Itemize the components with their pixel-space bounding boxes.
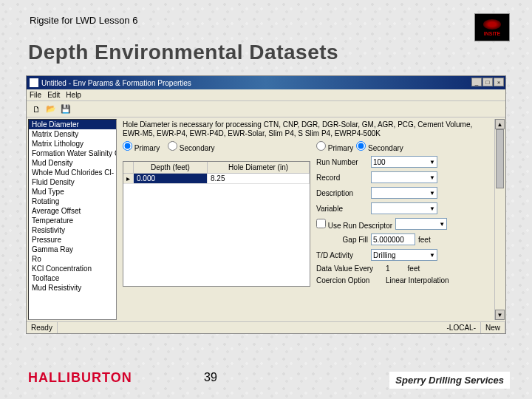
radio-primary-left[interactable]: Primary <box>123 144 160 152</box>
sidebar-item[interactable]: Rotating <box>29 197 116 206</box>
primary-secondary-right: Primary Secondary <box>316 141 501 152</box>
chevron-down-icon: ▼ <box>429 205 435 212</box>
scroll-down-icon[interactable]: ▼ <box>495 310 505 320</box>
app-icon <box>30 78 38 87</box>
save-icon[interactable]: 💾 <box>59 103 72 116</box>
vertical-scrollbar[interactable]: ▲ ▼ <box>494 119 505 320</box>
close-button[interactable]: × <box>494 78 504 86</box>
radio-primary-right[interactable]: Primary <box>316 141 353 152</box>
sidebar-item[interactable]: Mud Resistivity <box>29 283 116 293</box>
sidebar-item[interactable]: Mud Type <box>29 187 116 197</box>
chevron-down-icon: ▼ <box>429 252 435 259</box>
data-grid[interactable]: Depth (feet) Hole Diameter (in) ▸ 0.000 … <box>123 161 310 287</box>
col-hole-diameter: Hole Diameter (in) <box>208 162 310 173</box>
sidebar-item[interactable]: Temperature <box>29 216 116 225</box>
data-value-every-value: 1 <box>386 265 390 273</box>
coercion-value: Linear Interpolation <box>386 276 449 284</box>
sidebar-item[interactable]: Matrix Lithology <box>29 139 116 149</box>
sidebar-item[interactable]: Mud Density <box>29 158 116 168</box>
menu-edit[interactable]: Edit <box>47 91 60 99</box>
run-number-label: Run Number <box>316 158 368 166</box>
page-number: 39 <box>204 371 217 384</box>
td-activity-select[interactable]: Drilling▼ <box>371 249 437 261</box>
radio-secondary-right[interactable]: Secondary <box>356 141 403 152</box>
gap-fill-label: Gap Fill <box>316 236 368 244</box>
description-text: Hole Diameter is necessary for processin… <box>123 120 501 138</box>
table-row[interactable]: ▸ 0.000 8.25 <box>123 174 310 184</box>
data-value-every-unit: feet <box>408 265 420 273</box>
chevron-down-icon: ▼ <box>429 174 435 181</box>
toolbar: 🗋 📂 💾 <box>27 101 505 117</box>
sidebar-item[interactable]: Fluid Density <box>29 177 116 187</box>
sidebar-list[interactable]: Hole DiameterMatrix DensityMatrix Lithol… <box>28 119 117 320</box>
menu-file[interactable]: File <box>30 91 41 99</box>
coercion-label: Coercion Option <box>316 276 383 284</box>
chevron-down-icon: ▼ <box>429 190 435 197</box>
main-panel: Hole Diameter is necessary for processin… <box>118 117 505 321</box>
menubar: File Edit Help <box>27 89 505 101</box>
td-activity-label: T/D Activity <box>316 251 368 259</box>
window-titlebar: Untitled - Env Params & Formation Proper… <box>27 76 505 89</box>
run-number-select[interactable]: 100▼ <box>371 156 437 168</box>
record-select[interactable]: ▼ <box>371 171 437 183</box>
slide-title: Depth Environmental Datasets <box>28 41 338 64</box>
sidebar-item[interactable]: Gamma Ray <box>29 245 116 254</box>
sidebar-item[interactable]: Formation Water Salinity Cl- <box>29 149 116 158</box>
chevron-down-icon: ▼ <box>439 221 445 228</box>
window-title: Untitled - Env Params & Formation Proper… <box>41 79 191 87</box>
sidebar-item[interactable]: KCl Concentration <box>29 264 116 273</box>
run-descriptor-select[interactable]: ▼ <box>395 218 447 230</box>
sidebar-item[interactable]: Matrix Density <box>29 129 116 139</box>
status-local: -LOCAL- <box>443 322 481 333</box>
gap-fill-unit: feet <box>418 236 431 244</box>
primary-secondary-left: Primary Secondary <box>123 141 310 152</box>
sidebar-item[interactable]: Whole Mud Chlorides Cl- <box>29 168 116 177</box>
sidebar-item[interactable]: Average Offset <box>29 206 116 216</box>
gap-fill-input[interactable] <box>371 233 415 245</box>
scroll-thumb[interactable] <box>496 129 504 188</box>
sidebar-item[interactable]: Toolface <box>29 273 116 283</box>
description-label: Description <box>316 189 368 197</box>
sidebar-item[interactable]: Pressure <box>29 235 116 245</box>
minimize-button[interactable]: _ <box>471 78 482 86</box>
radio-secondary-left[interactable]: Secondary <box>168 144 215 152</box>
record-label: Record <box>316 174 368 182</box>
sidebar-item[interactable]: Resistivity <box>29 225 116 235</box>
use-run-descriptor-check[interactable]: Use Run Descriptor <box>316 219 392 230</box>
sidebar-item[interactable]: Ro <box>29 254 116 264</box>
properties-panel: Primary Secondary Run Number 100▼ Record… <box>316 141 501 288</box>
menu-help[interactable]: Help <box>66 91 81 99</box>
cell-value[interactable]: 8.25 <box>208 174 310 184</box>
chevron-down-icon: ▼ <box>429 159 435 166</box>
sperry-logo: Sperry Drilling Services <box>389 372 510 389</box>
sidebar-item[interactable]: Hole Diameter <box>29 120 116 129</box>
eye-icon <box>483 19 501 30</box>
statusbar: Ready -LOCAL- New <box>27 321 505 333</box>
status-ready: Ready <box>27 322 58 333</box>
app-window: Untitled - Env Params & Formation Proper… <box>26 75 506 334</box>
variable-label: Variable <box>316 205 368 213</box>
scroll-up-icon[interactable]: ▲ <box>495 119 505 129</box>
maximize-button[interactable]: □ <box>482 78 493 86</box>
halliburton-logo: HALLIBURTON <box>28 370 132 386</box>
insite-logo: INSITE <box>474 13 510 41</box>
new-icon[interactable]: 🗋 <box>30 103 43 116</box>
lesson-label: Rigsite for LWD Lesson 6 <box>30 15 137 26</box>
status-new: New <box>481 322 505 333</box>
description-select[interactable]: ▼ <box>371 187 437 199</box>
data-value-every-label: Data Value Every <box>316 265 383 273</box>
variable-select[interactable]: ▼ <box>371 202 437 214</box>
col-depth: Depth (feet) <box>134 162 208 173</box>
cell-depth[interactable]: 0.000 <box>134 174 208 184</box>
open-icon[interactable]: 📂 <box>44 103 58 116</box>
